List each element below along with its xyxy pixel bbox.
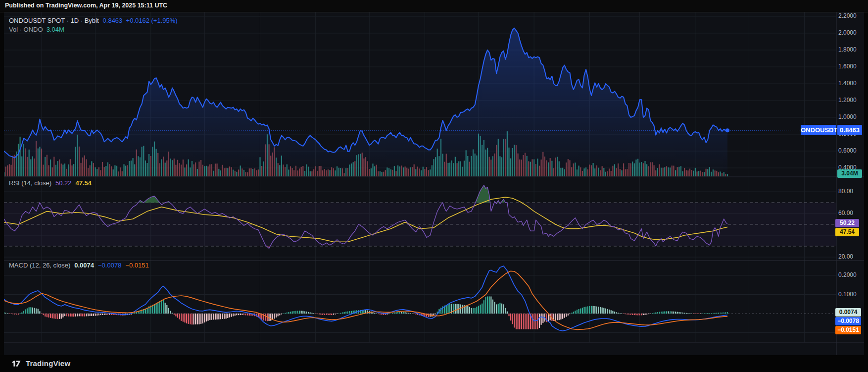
price-axis-tick: 1.2000 (838, 97, 866, 104)
volume-badge: 3.04M (837, 169, 862, 178)
symbol-change: +0.0162 (+1.95%) (126, 17, 178, 24)
macd-axis-tick: 0.1000 (838, 291, 866, 298)
macd-hist-value: 0.0074 (74, 262, 94, 269)
price-axis-tick: 1.0000 (838, 113, 866, 120)
footer-brand-text[interactable]: TradingView (26, 359, 70, 368)
symbol-title: ONDOUSDT SPOT · 1D · Bybit (9, 17, 99, 24)
rsi-ma-value-badge: 47.54 (835, 228, 859, 236)
footer-bar: TradingView (0, 355, 868, 372)
symbol-price: 0.8463 (103, 17, 123, 24)
macd-line-value: −0.0078 (98, 262, 121, 269)
rsi-axis-tick: 20.00 (838, 253, 866, 260)
macd-signal-badge: −0.0151 (835, 326, 861, 334)
rsi-value-badge: 50.22 (835, 219, 859, 227)
tradingview-snapshot: Published on TradingView.com, Apr 19, 20… (0, 0, 868, 372)
rsi-legend-label: RSI (14, close) (9, 179, 51, 187)
tradingview-logo-icon (12, 360, 22, 368)
last-price-badge: 0.8463 (837, 125, 862, 135)
price-axis-tick: 0.6000 (838, 147, 866, 154)
rsi-legend: RSI (14, close)50.2247.54 (9, 179, 92, 187)
time-scale[interactable] (4, 342, 836, 355)
macd-axis-tick: 0.2000 (838, 271, 866, 278)
symbol-legend: ONDOUSDT SPOT · 1D · Bybit0.8463 +0.0162… (9, 17, 178, 24)
symbol-price-axis-label-badge: ONDOUSDT (801, 125, 836, 135)
rsi-axis-tick: 80.00 (838, 188, 866, 195)
macd-legend: MACD (12, 26, close)0.0074−0.0078−0.0151 (9, 262, 149, 269)
volume-legend-label: Vol · ONDO (9, 26, 43, 33)
published-text: Published on TradingView.com, Apr 19, 20… (5, 2, 167, 9)
rsi-ma-legend-value: 47.54 (76, 179, 92, 187)
chart-plot-area[interactable] (4, 12, 836, 342)
price-axis-tick: 2.2000 (838, 12, 866, 19)
macd-legend-label: MACD (12, 26, close) (9, 262, 70, 269)
price-axis-tick: 1.4000 (838, 80, 866, 87)
price-axis-tick: 1.8000 (838, 46, 866, 53)
rsi-legend-value: 50.22 (55, 179, 72, 187)
volume-legend: Vol · ONDO3.04M (9, 26, 64, 33)
macd-signal-value: −0.0151 (125, 262, 148, 269)
price-axis-tick: 1.6000 (838, 63, 866, 70)
rsi-axis-tick: 60.00 (838, 210, 866, 216)
volume-legend-value: 3.04M (47, 26, 64, 33)
macd-line-badge: −0.0078 (835, 317, 861, 325)
macd-hist-badge: 0.0074 (835, 308, 861, 317)
price-axis-tick: 2.0000 (838, 29, 866, 36)
published-bar: Published on TradingView.com, Apr 19, 20… (0, 0, 868, 12)
